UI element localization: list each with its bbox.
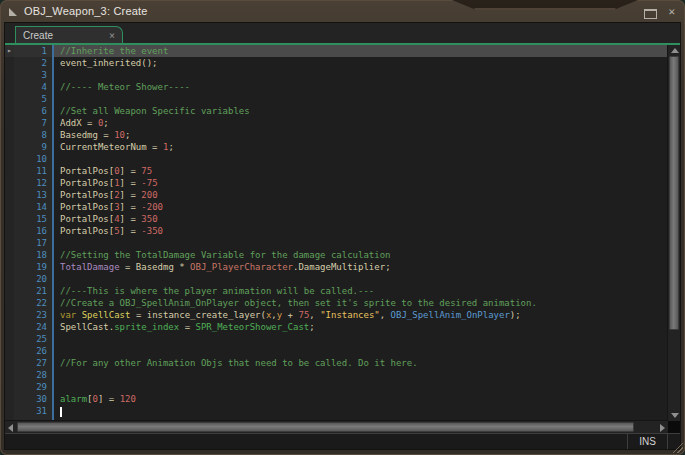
- code-text[interactable]: //For any other Animation Objs that need…: [54, 357, 668, 369]
- line-number[interactable]: 1: [14, 45, 52, 57]
- collapse-triangle-icon[interactable]: [9, 8, 17, 16]
- code-text[interactable]: PortalPos[0] = 75: [54, 165, 668, 177]
- code-text[interactable]: TotalDamage = Basedmg * OBJ_PlayerCharac…: [54, 261, 668, 273]
- code-line[interactable]: 8Basedmg = 10;: [5, 129, 668, 141]
- code-line[interactable]: 5: [5, 93, 668, 105]
- close-icon[interactable]: ✕: [668, 5, 675, 18]
- horizontal-scrollbar[interactable]: [5, 420, 668, 433]
- code-text[interactable]: PortalPos[4] = 350: [54, 213, 668, 225]
- code-line[interactable]: 24SpellCast.sprite_index = SPR_MeteorSho…: [5, 321, 668, 333]
- line-number[interactable]: 11: [14, 165, 52, 177]
- code-text[interactable]: [54, 69, 668, 81]
- code-text[interactable]: //---- Meteor Shower----: [54, 81, 668, 93]
- code-line[interactable]: 3: [5, 69, 668, 81]
- line-number[interactable]: 31: [14, 405, 52, 417]
- line-number[interactable]: 21: [14, 285, 52, 297]
- line-number[interactable]: 25: [14, 333, 52, 345]
- editor-code[interactable]: ▸1//Inherite the event2event_inherited()…: [5, 45, 668, 421]
- code-line[interactable]: 20: [5, 273, 668, 285]
- code-line[interactable]: 30alarm[0] = 120: [5, 393, 668, 405]
- code-text[interactable]: //Setting the TotalDamage Variable for t…: [54, 249, 668, 261]
- code-text[interactable]: AddX = 0;: [54, 117, 668, 129]
- line-number[interactable]: 23: [14, 309, 52, 321]
- line-number[interactable]: 4: [14, 81, 52, 93]
- scroll-left-icon[interactable]: [8, 424, 13, 432]
- code-text[interactable]: //Inherite the event: [54, 45, 668, 57]
- code-text[interactable]: var SpellCast = instance_create_layer(x,…: [54, 309, 668, 321]
- code-text[interactable]: [54, 273, 668, 285]
- code-line[interactable]: 17: [5, 237, 668, 249]
- line-number[interactable]: 27: [14, 357, 52, 369]
- window-titlebar[interactable]: OBJ_Weapon_3: Create ✕: [0, 0, 685, 22]
- code-line[interactable]: 9CurrentMeteorNum = 1;: [5, 141, 668, 153]
- resize-grip[interactable]: [673, 443, 683, 453]
- code-text[interactable]: PortalPos[1] = -75: [54, 177, 668, 189]
- code-text[interactable]: [54, 237, 668, 249]
- code-line[interactable]: 21//---This is where the player animatio…: [5, 285, 668, 297]
- code-text[interactable]: [54, 405, 668, 417]
- code-line[interactable]: 12PortalPos[1] = -75: [5, 177, 668, 189]
- code-line[interactable]: 26: [5, 345, 668, 357]
- code-line[interactable]: 2event_inherited();: [5, 57, 668, 69]
- line-number[interactable]: 22: [14, 297, 52, 309]
- code-text[interactable]: [54, 153, 668, 165]
- line-number[interactable]: 8: [14, 129, 52, 141]
- line-number[interactable]: 5: [14, 93, 52, 105]
- code-line[interactable]: 18//Setting the TotalDamage Variable for…: [5, 249, 668, 261]
- code-text[interactable]: PortalPos[5] = -350: [54, 225, 668, 237]
- code-line[interactable]: 4//---- Meteor Shower----: [5, 81, 668, 93]
- code-lines[interactable]: ▸1//Inherite the event2event_inherited()…: [5, 45, 668, 421]
- code-line[interactable]: 11PortalPos[0] = 75: [5, 165, 668, 177]
- line-number[interactable]: 9: [14, 141, 52, 153]
- line-number[interactable]: 10: [14, 153, 52, 165]
- code-line[interactable]: 23var SpellCast = instance_create_layer(…: [5, 309, 668, 321]
- code-text[interactable]: [54, 345, 668, 357]
- code-line[interactable]: 15PortalPos[4] = 350: [5, 213, 668, 225]
- code-line[interactable]: 16PortalPos[5] = -350: [5, 225, 668, 237]
- code-line[interactable]: 10: [5, 153, 668, 165]
- line-number[interactable]: 26: [14, 345, 52, 357]
- code-line[interactable]: ▸1//Inherite the event: [5, 45, 668, 57]
- line-number[interactable]: 28: [14, 369, 52, 381]
- code-line[interactable]: 29: [5, 381, 668, 393]
- code-text[interactable]: PortalPos[2] = 200: [54, 189, 668, 201]
- code-text[interactable]: CurrentMeteorNum = 1;: [54, 141, 668, 153]
- scroll-down-icon[interactable]: [671, 413, 679, 418]
- line-number[interactable]: 20: [14, 273, 52, 285]
- code-line[interactable]: 7AddX = 0;: [5, 117, 668, 129]
- code-text[interactable]: [54, 369, 668, 381]
- vertical-scrollbar[interactable]: [667, 45, 680, 421]
- line-number[interactable]: 2: [14, 57, 52, 69]
- line-number[interactable]: 6: [14, 105, 52, 117]
- line-number[interactable]: 3: [14, 69, 52, 81]
- code-text[interactable]: Basedmg = 10;: [54, 129, 668, 141]
- tab-create[interactable]: Create ×: [15, 26, 123, 43]
- code-text[interactable]: [54, 93, 668, 105]
- code-text[interactable]: [54, 333, 668, 345]
- scroll-right-icon[interactable]: [660, 424, 665, 432]
- code-line[interactable]: 27//For any other Animation Objs that ne…: [5, 357, 668, 369]
- code-line[interactable]: 22//Create a OBJ_SpellAnim_OnPlayer obje…: [5, 297, 668, 309]
- line-number[interactable]: 18: [14, 249, 52, 261]
- code-line[interactable]: 13PortalPos[2] = 200: [5, 189, 668, 201]
- maximize-icon[interactable]: [644, 9, 657, 19]
- tab-close-icon[interactable]: ×: [109, 30, 115, 41]
- line-number[interactable]: 16: [14, 225, 52, 237]
- line-number[interactable]: 30: [14, 393, 52, 405]
- code-line[interactable]: 14PortalPos[3] = -200: [5, 201, 668, 213]
- code-line[interactable]: 19TotalDamage = Basedmg * OBJ_PlayerChar…: [5, 261, 668, 273]
- line-number[interactable]: 19: [14, 261, 52, 273]
- code-line[interactable]: 25: [5, 333, 668, 345]
- code-text[interactable]: alarm[0] = 120: [54, 393, 668, 405]
- line-number[interactable]: 15: [14, 213, 52, 225]
- line-number[interactable]: 24: [14, 321, 52, 333]
- code-line[interactable]: 28: [5, 369, 668, 381]
- line-number[interactable]: 13: [14, 189, 52, 201]
- code-line[interactable]: 6//Set all Weapon Specific variables: [5, 105, 668, 117]
- code-line[interactable]: 31: [5, 405, 668, 417]
- scroll-up-icon[interactable]: [671, 48, 679, 53]
- line-number[interactable]: 12: [14, 177, 52, 189]
- line-number[interactable]: 29: [14, 381, 52, 393]
- code-text[interactable]: //Create a OBJ_SpellAnim_OnPlayer object…: [54, 297, 668, 309]
- code-text[interactable]: PortalPos[3] = -200: [54, 201, 668, 213]
